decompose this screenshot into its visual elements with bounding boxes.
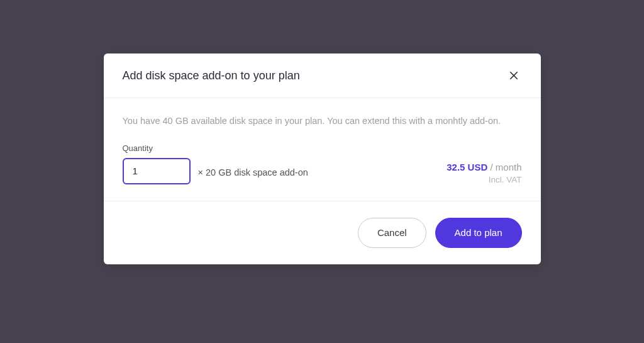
close-button[interactable]	[506, 67, 522, 84]
quantity-field-group: Quantity	[123, 143, 191, 184]
modal-body: You have 40 GB available disk space in y…	[104, 98, 541, 201]
modal-header: Add disk space add-on to your plan	[104, 53, 541, 98]
cancel-button[interactable]: Cancel	[358, 218, 426, 248]
modal-description: You have 40 GB available disk space in y…	[123, 115, 522, 128]
quantity-stepper[interactable]	[123, 158, 191, 184]
price-block: 32.5 USD / month Incl. VAT	[447, 162, 521, 184]
price-amount: 32.5 USD	[447, 162, 487, 172]
addon-unit-label: × 20 GB disk space add-on	[198, 167, 308, 184]
modal-footer: Cancel Add to plan	[104, 201, 541, 264]
quantity-label: Quantity	[123, 143, 191, 153]
add-addon-modal: Add disk space add-on to your plan You h…	[104, 53, 541, 264]
add-to-plan-button[interactable]: Add to plan	[435, 218, 522, 248]
price-period: / month	[487, 162, 521, 172]
modal-title: Add disk space add-on to your plan	[123, 69, 300, 82]
vat-note: Incl. VAT	[447, 175, 521, 184]
price-line: 32.5 USD / month	[447, 162, 521, 172]
quantity-row: Quantity × 20 GB disk space add-on 32.5 …	[123, 143, 522, 184]
close-icon	[508, 70, 519, 81]
